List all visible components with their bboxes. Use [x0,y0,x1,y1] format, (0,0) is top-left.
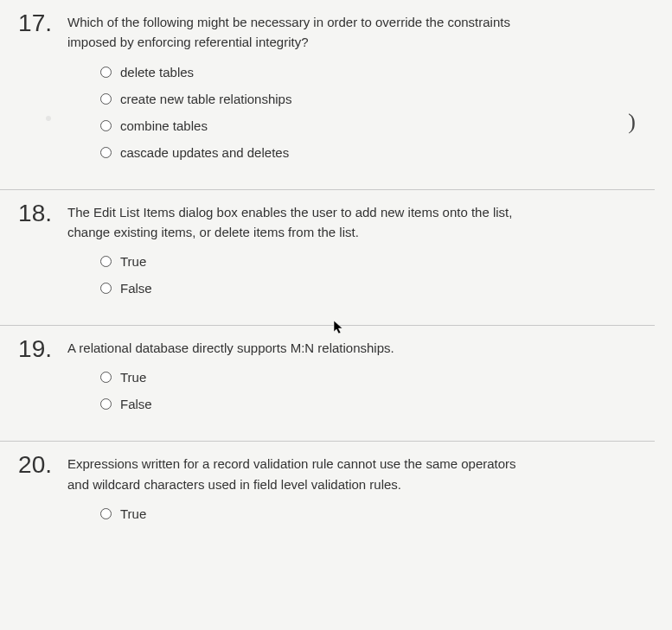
question-text: Expressions written for a record validat… [67,454,517,494]
options-group: True False [67,254,655,296]
radio-icon[interactable] [100,147,112,158]
option-true[interactable]: True [100,254,655,269]
radio-icon[interactable] [100,67,112,78]
option-create-relationships[interactable]: create new table relationships [100,92,655,106]
option-label: False [120,397,152,411]
option-label: True [120,370,146,385]
option-combine-tables[interactable]: combine tables [100,118,655,133]
radio-icon[interactable] [100,256,112,267]
option-label: False [120,281,152,296]
option-label: delete tables [120,65,194,80]
question-body: A relational database directly supports … [67,336,655,423]
question-17: 17. Which of the following might be nece… [0,0,655,190]
option-label: combine tables [120,118,208,133]
options-group: True False [67,370,655,411]
radio-icon[interactable] [100,93,112,105]
question-text: The Edit List Items dialog box enables t… [67,202,517,243]
question-body: Which of the following might be necessar… [67,10,655,172]
question-number: 19. [0,336,67,363]
paper-speck [46,116,51,121]
option-label: create new table relationships [120,92,291,106]
option-false[interactable]: False [100,397,655,411]
radio-icon[interactable] [100,508,112,519]
option-delete-tables[interactable]: delete tables [100,65,655,80]
radio-icon[interactable] [100,372,112,383]
question-number: 17. [0,10,67,37]
question-body: Expressions written for a record validat… [67,452,655,533]
option-true[interactable]: True [100,506,655,521]
question-text: Which of the following might be necessar… [67,12,517,53]
options-group: True [67,506,655,521]
option-false[interactable]: False [100,281,655,296]
option-true[interactable]: True [100,370,655,385]
options-group: delete tables create new table relations… [67,65,655,160]
radio-icon[interactable] [100,283,112,294]
question-19: 19. A relational database directly suppo… [0,326,655,442]
stray-paren-mark: ) [628,109,636,135]
question-number: 20. [0,452,67,479]
question-20: 20. Expressions written for a record val… [0,442,655,550]
question-18: 18. The Edit List Items dialog box enabl… [0,190,655,327]
question-text: A relational database directly supports … [67,338,517,358]
radio-icon[interactable] [100,120,112,131]
radio-icon[interactable] [100,398,112,410]
option-label: cascade updates and deletes [120,145,289,160]
question-number: 18. [0,200,67,227]
option-label: True [120,254,146,269]
option-cascade-updates-deletes[interactable]: cascade updates and deletes [100,145,655,160]
option-label: True [120,506,146,521]
question-body: The Edit List Items dialog box enables t… [67,200,655,309]
